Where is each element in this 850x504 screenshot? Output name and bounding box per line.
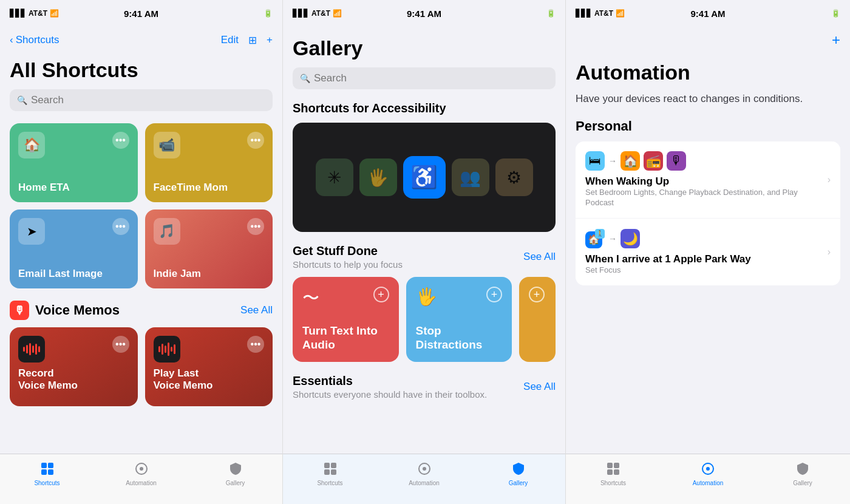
record-label: RecordVoice Memo	[18, 367, 129, 392]
audio-card-add[interactable]: +	[373, 287, 389, 302]
mic-icon: 🎙	[14, 304, 25, 317]
voice-memos-see-all[interactable]: See All	[240, 304, 273, 316]
turn-text-audio-card[interactable]: 〜 + Turn Text Into Audio	[293, 277, 399, 362]
arrive-desc: Set Focus	[585, 265, 820, 276]
status-bar-2: ▋▋▋ AT&T 📶 9:41 AM 🔋	[283, 0, 565, 27]
shortcuts-grid: 🏠 ••• Home ETA 📹 ••• FaceTime Mom ➤ •••	[10, 123, 273, 288]
voice-memos-header: 🎙 Voice Memos See All	[10, 301, 273, 320]
tab-shortcuts-3[interactable]: Shortcuts	[566, 460, 661, 486]
wifi-icon-1: 📶	[50, 9, 59, 18]
get-stuff-done-see-all[interactable]: See All	[523, 251, 556, 263]
nav-bar-1: ‹ Shortcuts Edit ⊞ +	[0, 27, 282, 53]
play-card-top: •••	[154, 336, 265, 363]
back-button-1[interactable]: ‹ Shortcuts	[10, 34, 59, 46]
waveform-1	[23, 342, 40, 356]
indie-jam-more[interactable]: •••	[247, 218, 264, 235]
stop-distractions-card[interactable]: 🖐 + Stop Distractions	[406, 277, 512, 362]
stop-card-add[interactable]: +	[486, 287, 502, 302]
essentials-title: Essentials	[293, 374, 487, 388]
search-bar-1[interactable]: 🔍	[10, 89, 273, 111]
svg-point-17	[706, 467, 710, 471]
get-stuff-done-cards: 〜 + Turn Text Into Audio 🖐 + Stop Distra…	[293, 277, 556, 362]
home-icon-auto: 🏠	[620, 151, 640, 171]
personal-title: Personal	[576, 118, 840, 134]
battery-status-2: 🔋	[546, 9, 556, 18]
shortcuts-tab-icon-3	[605, 460, 622, 477]
shortcut-card-indie-jam[interactable]: 🎵 ••• Indie Jam	[145, 209, 273, 288]
svg-point-11	[423, 467, 426, 471]
play-more[interactable]: •••	[247, 336, 264, 353]
record-more[interactable]: •••	[112, 336, 129, 353]
automation-tab-icon-2	[416, 460, 433, 477]
essentials-see-all[interactable]: See All	[523, 381, 556, 393]
page-title-automation: Automation	[576, 61, 840, 84]
tab-gallery-2[interactable]: Gallery	[471, 460, 565, 486]
shortcuts-tab-label-2: Shortcuts	[317, 480, 342, 486]
email-more[interactable]: •••	[112, 218, 129, 235]
bed-icon: 🛏	[585, 151, 605, 171]
search-bar-2[interactable]: 🔍	[293, 67, 556, 89]
add-automation-button[interactable]: +	[832, 32, 840, 49]
svg-rect-14	[607, 469, 613, 475]
indie-jam-label: Indie Jam	[154, 268, 265, 280]
when-arrive-card[interactable]: 🏠 🚶 → 🌙 When I arrive at 1 Apple Park Wa…	[576, 219, 840, 285]
tab-shortcuts-1[interactable]: Shortcuts	[0, 460, 94, 486]
card-top-1: 🏠 •••	[18, 132, 129, 158]
shortcut-card-home-eta[interactable]: 🏠 ••• Home ETA	[10, 123, 138, 202]
acc-icon-sliders: ⚙	[495, 158, 533, 196]
home-eta-icon: 🏠	[18, 132, 45, 158]
shortcut-card-facetime-mom[interactable]: 📹 ••• FaceTime Mom	[145, 123, 273, 202]
chevron-right-1: ›	[828, 174, 831, 185]
tab-gallery-3[interactable]: Gallery	[755, 460, 850, 486]
accessibility-title: Shortcuts for Accessibility	[293, 101, 446, 115]
audio-card-label: Turn Text Into Audio	[302, 324, 389, 352]
indie-jam-icon: 🎵	[154, 218, 180, 245]
svg-rect-0	[41, 463, 47, 468]
get-stuff-done-text: Get Stuff Done Shortcuts to help you foc…	[293, 244, 403, 270]
arrive-icon-composite: 🏠 🚶	[585, 229, 605, 248]
status-bar-1: ▋▋▋ AT&T 📶 9:41 AM 🔋	[0, 0, 282, 27]
play-last-voice-memo-card[interactable]: ••• Play LastVoice Memo	[145, 327, 273, 406]
get-stuff-done-subtitle: Shortcuts to help you focus	[293, 259, 403, 270]
tab-bar-2: Shortcuts Automation Gallery	[283, 454, 565, 504]
accessibility-banner[interactable]: ✳ 🖐 ♿ 👥 ⚙	[293, 123, 556, 232]
carrier-status-1: ▋▋▋ AT&T 📶	[10, 9, 59, 18]
tab-automation-1[interactable]: Automation	[94, 460, 188, 486]
add-shortcut-button[interactable]: +	[267, 34, 273, 46]
search-input-2[interactable]	[314, 72, 548, 84]
edit-button[interactable]: Edit	[221, 34, 239, 46]
when-waking-up-card[interactable]: 🛏 → 🏠 📻 🎙 When Waking Up Set Bedroom Lig…	[576, 141, 840, 219]
gallery-tab-icon-2	[510, 460, 527, 477]
signal-icon-3: ▋▋▋	[576, 9, 592, 18]
more-card-add[interactable]: +	[529, 287, 545, 302]
search-input-1[interactable]	[31, 94, 265, 106]
record-card-top: •••	[18, 336, 129, 363]
tab-gallery-1[interactable]: Gallery	[188, 460, 282, 486]
time-1: 9:41 AM	[124, 9, 158, 19]
facetime-more[interactable]: •••	[247, 132, 264, 149]
wifi-icon-2: 📶	[333, 9, 342, 18]
all-shortcuts-content: All Shortcuts 🔍 🏠 ••• Home ETA 📹 •••	[0, 53, 282, 454]
essentials-subtitle: Shortcuts everyone should have in their …	[293, 389, 487, 400]
shortcut-card-email[interactable]: ➤ ••• Email Last Image	[10, 209, 138, 288]
voice-memo-grid: ••• RecordVoice Memo	[10, 327, 273, 406]
tab-automation-2[interactable]: Automation	[377, 460, 471, 486]
get-stuff-done-header: Get Stuff Done Shortcuts to help you foc…	[293, 244, 556, 270]
record-icon	[18, 336, 45, 363]
home-eta-more[interactable]: •••	[112, 132, 129, 149]
audio-wave-icon: 〜	[302, 287, 319, 310]
accessibility-header: Shortcuts for Accessibility	[293, 101, 556, 115]
svg-rect-13	[614, 463, 619, 468]
more-card[interactable]: +	[519, 277, 556, 362]
nav-bar-3: +	[566, 27, 850, 53]
tab-shortcuts-2[interactable]: Shortcuts	[283, 460, 377, 486]
tab-automation-3[interactable]: Automation	[661, 460, 755, 486]
essentials-text: Essentials Shortcuts everyone should hav…	[293, 374, 487, 400]
record-voice-memo-card[interactable]: ••• RecordVoice Memo	[10, 327, 138, 406]
accessibility-icons: ✳ 🖐 ♿ 👥 ⚙	[316, 156, 533, 199]
carrier-name-2: AT&T	[311, 9, 330, 18]
facetime-label: FaceTime Mom	[154, 182, 265, 194]
shortcuts-tab-icon-1	[39, 460, 56, 477]
grid-icon[interactable]: ⊞	[248, 34, 257, 47]
waking-up-desc: Set Bedroom Lights, Change Playback Dest…	[585, 188, 820, 208]
